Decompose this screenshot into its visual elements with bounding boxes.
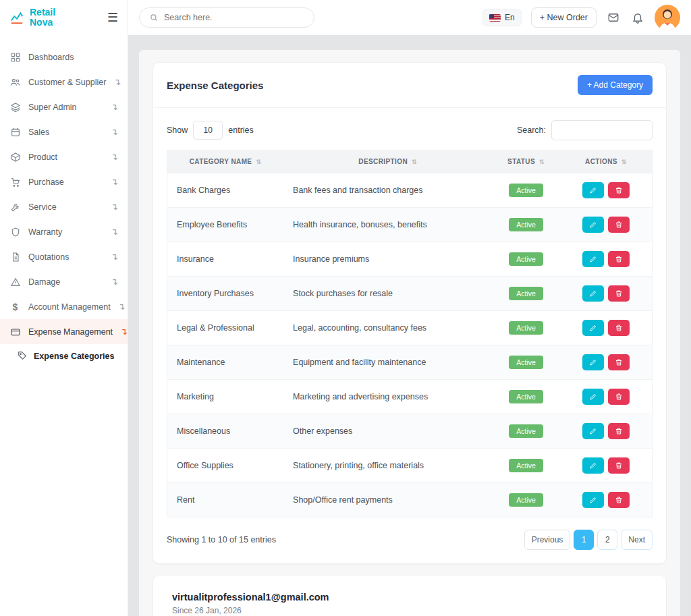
- pagination-page-2-button[interactable]: 2: [597, 530, 617, 550]
- table-search-label: Search:: [517, 125, 546, 135]
- mail-icon[interactable]: [606, 10, 621, 25]
- sidebar-item-label: Expense Management: [28, 327, 113, 337]
- trash-icon: [615, 186, 623, 194]
- sidebar-nav: Dashboards Customer & Supplier ↴ Super A…: [0, 35, 128, 368]
- table-search-input[interactable]: [551, 120, 653, 140]
- delete-button[interactable]: [608, 320, 630, 336]
- column-label: CATEGORY NAME: [190, 158, 252, 165]
- chevron-expand-icon: ↴: [120, 327, 128, 337]
- delete-button[interactable]: [608, 423, 630, 439]
- category-name-cell: Inventory Purchases: [167, 277, 284, 311]
- table-header-row: CATEGORY NAME⇅ DESCRIPTION⇅ STATUS⇅ ACTI…: [167, 150, 653, 173]
- sidebar-item-super-admin[interactable]: Super Admin ↴: [0, 94, 128, 119]
- row-actions: [570, 285, 642, 302]
- table-body: Bank ChargesBank fees and transaction ch…: [167, 173, 653, 517]
- entries-count-input[interactable]: [193, 121, 223, 140]
- chevron-expand-icon: ↴: [118, 302, 126, 312]
- brand-logo-icon: [9, 10, 24, 25]
- sort-icon[interactable]: ⇅: [256, 159, 261, 165]
- delete-button[interactable]: [608, 251, 630, 267]
- brand-line1: Retail: [30, 7, 55, 18]
- row-actions: [570, 457, 642, 474]
- edit-button[interactable]: [582, 251, 604, 267]
- pencil-icon: [589, 186, 597, 194]
- sidebar-item-purchase[interactable]: Purchase ↴: [0, 169, 128, 194]
- pencil-icon: [589, 461, 597, 470]
- edit-button[interactable]: [582, 217, 604, 233]
- sidebar-item-product[interactable]: Product ↴: [0, 144, 128, 169]
- sidebar-item-service[interactable]: Service ↴: [0, 194, 128, 219]
- status-badge: Active: [509, 356, 543, 369]
- user-avatar[interactable]: [655, 5, 680, 30]
- sidebar-item-customer-supplier[interactable]: Customer & Supplier ↴: [0, 69, 128, 94]
- edit-button[interactable]: [582, 182, 604, 198]
- sidebar-item-dashboards[interactable]: Dashboards: [0, 45, 128, 69]
- column-header-actions[interactable]: ACTIONS⇅: [560, 150, 653, 173]
- sort-icon[interactable]: ⇅: [539, 159, 545, 165]
- trash-icon: [615, 221, 623, 229]
- tag-icon: [18, 351, 28, 361]
- dashboards-icon: [9, 51, 21, 63]
- add-category-button[interactable]: + Add Category: [578, 75, 653, 95]
- category-name-cell: Legal & Professional: [167, 311, 284, 345]
- delete-button[interactable]: [608, 492, 630, 508]
- status-badge: Active: [509, 459, 543, 472]
- edit-button[interactable]: [582, 285, 604, 302]
- bell-icon[interactable]: [630, 10, 645, 25]
- sort-icon[interactable]: ⇅: [412, 159, 417, 165]
- delete-button[interactable]: [608, 182, 630, 198]
- description-cell: Marketing and advertising expenses: [283, 380, 492, 414]
- trash-icon: [615, 461, 623, 470]
- global-search-input[interactable]: [164, 13, 304, 22]
- new-order-button[interactable]: + New Order: [531, 7, 597, 28]
- column-label: DESCRIPTION: [358, 158, 408, 165]
- edit-button[interactable]: [582, 320, 604, 336]
- column-label: ACTIONS: [585, 158, 617, 165]
- delete-button[interactable]: [608, 354, 630, 370]
- delete-button[interactable]: [608, 285, 630, 302]
- delete-button[interactable]: [608, 457, 630, 474]
- sidebar-item-label: Super Admin: [28, 103, 103, 112]
- delete-button[interactable]: [608, 217, 630, 233]
- sidebar-item-account-management[interactable]: $ Account Management ↴: [0, 294, 128, 319]
- sidebar-item-label: Purchase: [28, 177, 103, 187]
- sidebar-item-expense-management[interactable]: Expense Management ↴: [0, 319, 128, 344]
- layers-icon: [9, 101, 21, 113]
- language-selector[interactable]: En: [482, 9, 522, 26]
- sidebar-item-damage[interactable]: Damage ↴: [0, 269, 128, 294]
- edit-button[interactable]: [582, 423, 604, 439]
- category-name-cell: Employee Benefits: [167, 208, 284, 242]
- sort-icon[interactable]: ⇅: [621, 159, 627, 165]
- column-header-description[interactable]: DESCRIPTION⇅: [283, 150, 492, 173]
- sidebar-item-sales[interactable]: Sales ↴: [0, 119, 128, 144]
- edit-button[interactable]: [582, 457, 604, 474]
- delete-button[interactable]: [608, 389, 630, 405]
- card-header: Expense Categories + Add Category: [153, 63, 666, 108]
- brand: RetailNova ☰: [0, 0, 128, 35]
- description-cell: Bank fees and transaction charges: [283, 173, 492, 208]
- row-actions: [570, 354, 642, 370]
- pagination-previous-button[interactable]: Previous: [524, 530, 571, 550]
- pagination-next-button[interactable]: Next: [621, 530, 653, 550]
- sidebar-toggle-icon[interactable]: ☰: [107, 10, 118, 25]
- column-header-category-name[interactable]: CATEGORY NAME⇅: [167, 150, 284, 173]
- sidebar-item-expense-categories[interactable]: Expense Categories: [0, 344, 128, 368]
- trash-icon: [615, 427, 623, 435]
- brand-name[interactable]: RetailNova: [30, 7, 102, 27]
- edit-button[interactable]: [582, 492, 604, 508]
- column-header-status[interactable]: STATUS⇅: [492, 150, 560, 173]
- description-cell: Legal, accounting, consultancy fees: [283, 311, 492, 345]
- pagination-page-1-button[interactable]: 1: [574, 530, 594, 550]
- pagination: Previous 1 2 Next: [524, 530, 653, 550]
- trash-icon: [615, 324, 623, 332]
- edit-button[interactable]: [582, 354, 604, 370]
- table-row: Office SuppliesStationery, printing, off…: [167, 449, 653, 483]
- global-search[interactable]: [139, 7, 314, 28]
- row-actions: [570, 217, 642, 233]
- sidebar-item-warranty[interactable]: Warranty ↴: [0, 219, 128, 244]
- pencil-icon: [589, 255, 597, 263]
- sidebar-item-quotations[interactable]: Quotations ↴: [0, 244, 128, 269]
- row-actions: [570, 389, 642, 405]
- edit-button[interactable]: [582, 389, 604, 405]
- description-cell: Other expenses: [283, 414, 492, 449]
